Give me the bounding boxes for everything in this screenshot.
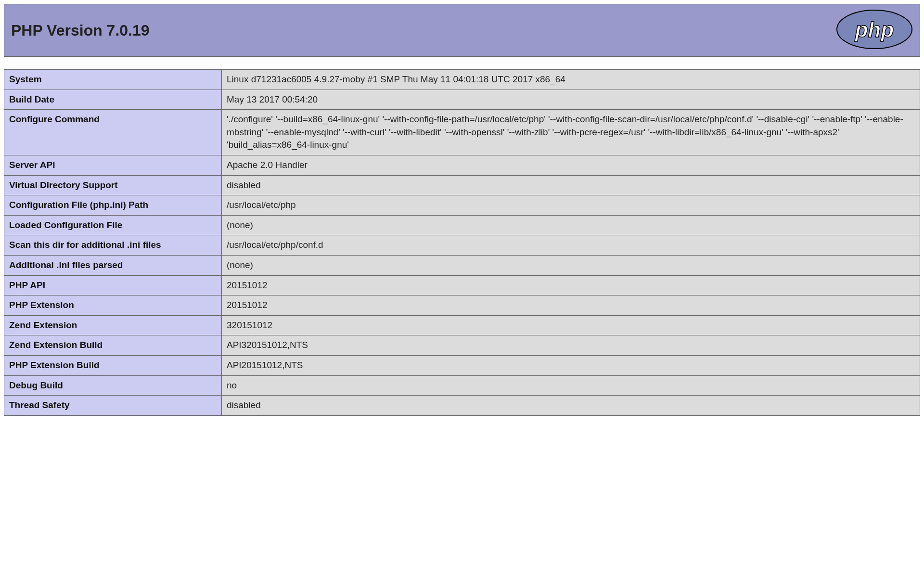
info-key: Build Date	[4, 90, 222, 110]
table-row: Configure Command'./configure' '--build=…	[4, 110, 920, 155]
info-key: Zend Extension	[4, 315, 222, 335]
page-title: PHP Version 7.0.19	[11, 22, 150, 39]
table-row: Additional .ini files parsed(none)	[4, 255, 920, 275]
table-row: PHP Extension BuildAPI20151012,NTS	[4, 355, 920, 375]
info-key: Additional .ini files parsed	[4, 255, 222, 275]
table-row: Build DateMay 13 2017 00:54:20	[4, 90, 920, 110]
info-value: Linux d71231ac6005 4.9.27-moby #1 SMP Th…	[222, 70, 920, 90]
table-row: Configuration File (php.ini) Path/usr/lo…	[4, 195, 920, 216]
info-key: Zend Extension Build	[4, 335, 222, 356]
info-value: 20151012	[222, 275, 920, 295]
info-value: API320151012,NTS	[222, 335, 920, 356]
info-value: 320151012	[222, 315, 920, 335]
info-value: disabled	[222, 396, 920, 416]
table-row: SystemLinux d71231ac6005 4.9.27-moby #1 …	[4, 70, 920, 90]
info-key: Configuration File (php.ini) Path	[4, 195, 222, 216]
info-value: 20151012	[222, 295, 920, 316]
info-value: /usr/local/etc/php/conf.d	[222, 235, 920, 256]
table-row: Scan this dir for additional .ini files/…	[4, 235, 920, 256]
info-value: disabled	[222, 175, 920, 195]
table-row: PHP API20151012	[4, 275, 920, 295]
info-key: Loaded Configuration File	[4, 215, 222, 235]
svg-text:php: php	[855, 18, 894, 41]
info-value: Apache 2.0 Handler	[222, 155, 920, 175]
info-key: PHP API	[4, 275, 222, 295]
table-row: Server APIApache 2.0 Handler	[4, 155, 920, 175]
info-value: './configure' '--build=x86_64-linux-gnu'…	[222, 110, 920, 155]
info-value: no	[222, 375, 920, 396]
info-key: Virtual Directory Support	[4, 175, 222, 195]
php-logo-icon: php	[836, 9, 913, 51]
info-key: Scan this dir for additional .ini files	[4, 235, 222, 256]
info-key: PHP Extension Build	[4, 355, 222, 375]
phpinfo-table: SystemLinux d71231ac6005 4.9.27-moby #1 …	[4, 69, 920, 416]
info-key: Thread Safety	[4, 396, 222, 416]
table-row: Zend Extension320151012	[4, 315, 920, 335]
info-value: (none)	[222, 215, 920, 235]
table-row: Virtual Directory Supportdisabled	[4, 175, 920, 195]
phpinfo-header: PHP Version 7.0.19 php	[4, 4, 920, 57]
table-row: Thread Safetydisabled	[4, 396, 920, 416]
info-value: /usr/local/etc/php	[222, 195, 920, 216]
info-value: API20151012,NTS	[222, 355, 920, 375]
info-key: Configure Command	[4, 110, 222, 155]
info-key: Server API	[4, 155, 222, 175]
info-value: (none)	[222, 255, 920, 275]
info-key: Debug Build	[4, 375, 222, 396]
table-row: Zend Extension BuildAPI320151012,NTS	[4, 335, 920, 356]
table-row: Loaded Configuration File(none)	[4, 215, 920, 235]
info-key: System	[4, 70, 222, 90]
info-value: May 13 2017 00:54:20	[222, 90, 920, 110]
table-row: PHP Extension20151012	[4, 295, 920, 316]
info-key: PHP Extension	[4, 295, 222, 316]
table-row: Debug Buildno	[4, 375, 920, 396]
